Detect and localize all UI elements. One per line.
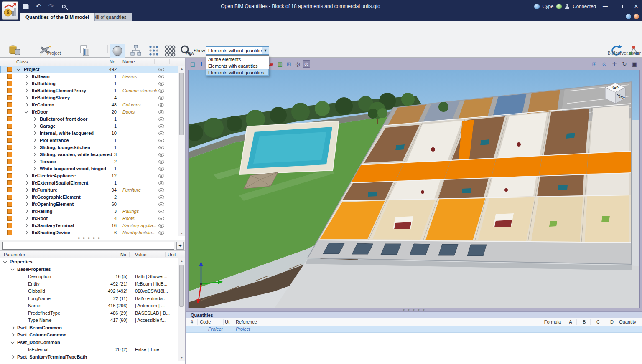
parameter-row[interactable]: IsExternal20 (2)False | True <box>0 346 178 354</box>
tree-row[interactable]: IfcFurniture94Furniture <box>0 187 178 194</box>
parameter-scrollbar[interactable]: ▲ ▼ <box>178 258 185 361</box>
expand-arrow-icon[interactable] <box>33 131 36 135</box>
tree-row[interactable]: Garage1 <box>0 123 178 130</box>
expand-arrow-icon[interactable] <box>25 75 28 78</box>
tree-row[interactable]: Plot entrance1 <box>0 137 178 144</box>
expand-arrow-icon[interactable] <box>25 210 28 213</box>
redo-icon[interactable]: ↷ <box>46 2 56 11</box>
visibility-eye-icon[interactable] <box>158 124 164 128</box>
expand-arrow-icon[interactable] <box>33 160 36 163</box>
visibility-eye-icon[interactable] <box>158 96 164 100</box>
visibility-eye-icon[interactable] <box>158 82 164 86</box>
scroll-up-icon[interactable]: ▲ <box>178 258 185 264</box>
filter-input[interactable] <box>2 242 174 250</box>
collapse-arrow-icon[interactable] <box>3 260 7 263</box>
scroll-up-icon[interactable]: ▲ <box>178 66 185 72</box>
tree-row[interactable]: Project492 <box>0 66 178 73</box>
pan-icon[interactable]: ✛ <box>611 60 618 68</box>
isolate-view-icon[interactable]: ◎ <box>294 60 301 68</box>
projection-mode-icon[interactable]: ▤ <box>189 60 196 68</box>
dropdown-option[interactable]: Elements without quantities <box>206 69 269 76</box>
visibility-eye-icon[interactable] <box>158 210 164 213</box>
fullscreen-icon[interactable]: ▣ <box>631 60 638 68</box>
quantities-row-project[interactable]: Project Project <box>186 326 642 333</box>
expand-arrow-icon[interactable] <box>33 139 36 142</box>
expand-arrow-icon[interactable] <box>33 117 36 121</box>
search-icon[interactable] <box>59 2 68 11</box>
visibility-eye-icon[interactable] <box>158 146 164 149</box>
info-icon[interactable]: ℹ <box>198 60 205 68</box>
sync-status-icon[interactable] <box>626 14 631 19</box>
tree-row[interactable]: IfcElectricAppliance12 <box>0 172 178 179</box>
undo-icon[interactable]: ↶ <box>34 2 43 11</box>
collapse-arrow-icon[interactable] <box>17 67 20 71</box>
tree-row[interactable]: Sliding, lounge-kitchen1 <box>0 144 178 151</box>
tree-row[interactable]: IfcBeam1Beams <box>0 73 178 80</box>
expand-arrow-icon[interactable] <box>25 202 28 206</box>
tree-row[interactable]: IfcBuildingElementProxy1Generic elements <box>0 87 178 94</box>
tree-row[interactable]: IfcRoof4Roofs <box>0 215 178 222</box>
zoom-window-icon[interactable]: ⊙ <box>601 60 608 68</box>
expand-arrow-icon[interactable] <box>33 146 36 149</box>
parameter-row[interactable]: Pset_BeamCommon <box>0 324 178 332</box>
expand-arrow-icon[interactable] <box>33 124 36 128</box>
model-3d-canvas[interactable]: Top Right <box>188 70 640 308</box>
tree-scrollbar[interactable]: ▲ ▼ <box>178 66 185 236</box>
parameter-row[interactable]: Properties <box>0 258 178 266</box>
tree-row[interactable]: IfcBuilding1 <box>0 80 178 87</box>
parameter-row[interactable]: Pset_DoorCommon <box>0 339 178 346</box>
measure-surface-icon[interactable]: ▦ <box>276 60 284 68</box>
dropdown-option[interactable]: Elements with quantities <box>206 62 269 69</box>
visibility-eye-icon[interactable] <box>158 231 164 235</box>
expand-arrow-icon[interactable] <box>33 167 36 170</box>
expand-arrow-icon[interactable] <box>25 89 28 92</box>
minimize-button[interactable]: — <box>599 0 611 12</box>
tree-row[interactable]: IfcOpeningElement60 <box>0 201 178 208</box>
visibility-eye-icon[interactable] <box>158 224 164 228</box>
dropdown-option[interactable]: All the elements <box>206 56 269 62</box>
zoom-extents-icon[interactable]: ⊞ <box>591 60 598 68</box>
visibility-eye-icon[interactable] <box>158 153 164 157</box>
maximize-button[interactable] <box>614 0 627 12</box>
scroll-thumb[interactable] <box>179 73 184 135</box>
save-icon[interactable] <box>21 2 31 11</box>
tree-row[interactable]: IfcSanitaryTerminal16Sanitary applia... <box>0 222 178 229</box>
horizontal-splitter[interactable]: ● ● ● ● ● <box>186 308 642 311</box>
visibility-eye-icon[interactable] <box>158 202 164 206</box>
app-logo-icon[interactable]: $ <box>2 1 18 20</box>
close-button[interactable]: ✕ <box>630 0 642 12</box>
expand-arrow-icon[interactable] <box>25 96 28 99</box>
expand-arrow-icon[interactable] <box>25 195 28 199</box>
tree-row[interactable]: Terrace2 <box>0 158 178 165</box>
parameter-row[interactable]: PredefinedType486 (29)BASESLAB | B... <box>0 310 178 317</box>
parameter-row[interactable]: Entity492 (21)IfcBeam | IfcB... <box>0 281 178 288</box>
visibility-eye-icon[interactable] <box>158 117 164 121</box>
parameter-row[interactable]: BaseProperties <box>0 266 178 273</box>
expand-arrow-icon[interactable] <box>25 82 28 85</box>
visibility-eye-icon[interactable] <box>158 195 164 199</box>
tree-row[interactable]: IfcExternalSpatialElement1 <box>0 179 178 187</box>
tree-row[interactable]: Bulletproof front door1 <box>0 116 178 123</box>
expand-arrow-icon[interactable] <box>25 174 28 177</box>
add-filter-button[interactable]: + <box>176 242 184 250</box>
collapse-arrow-icon[interactable] <box>25 110 28 113</box>
expand-arrow-icon[interactable] <box>11 333 14 336</box>
visibility-eye-icon[interactable] <box>158 110 164 114</box>
tree-row[interactable]: IfcRailing3Railings <box>0 208 178 215</box>
visibility-eye-icon[interactable] <box>158 139 164 142</box>
parameter-row[interactable]: Type Name417 (60)| Accessible f... <box>0 317 178 324</box>
tree-row[interactable]: Internal, white lacquered10 <box>0 130 178 137</box>
visibility-eye-icon[interactable] <box>158 174 164 178</box>
expand-arrow-icon[interactable] <box>25 224 28 227</box>
visibility-eye-icon[interactable] <box>158 75 164 78</box>
visibility-eye-icon[interactable] <box>158 131 164 135</box>
tree-splitter[interactable]: ● ● ● ● ● <box>0 237 178 239</box>
visibility-eye-icon[interactable] <box>158 217 164 220</box>
scroll-thumb[interactable] <box>179 265 184 307</box>
visibility-eye-icon[interactable] <box>158 160 164 164</box>
tree-row[interactable]: IfcDoor20Doors <box>0 109 178 116</box>
expand-arrow-icon[interactable] <box>25 103 28 106</box>
scroll-down-icon[interactable]: ▼ <box>178 355 185 361</box>
expand-arrow-icon[interactable] <box>25 188 28 192</box>
tree-row[interactable]: Sliding, wooden, white lacquered3 <box>0 151 178 158</box>
